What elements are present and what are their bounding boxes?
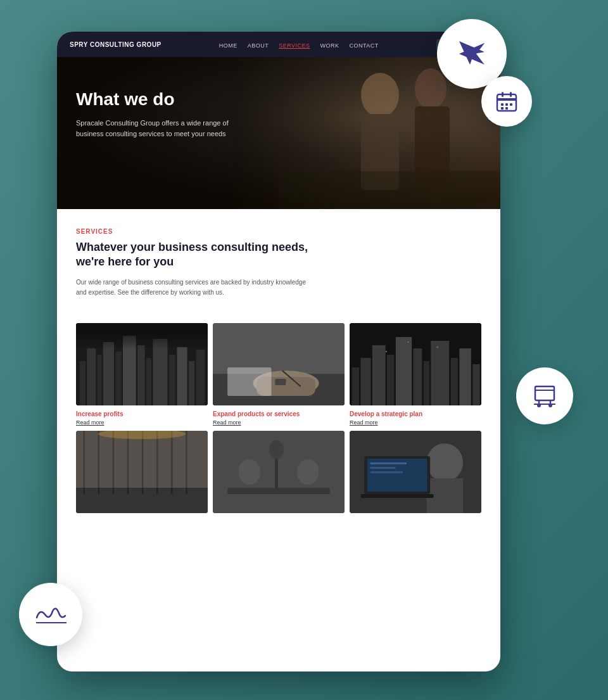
services-grid: Increase profits Read more bbox=[57, 323, 500, 531]
grid-image-writing bbox=[213, 323, 345, 405]
svg-rect-73 bbox=[502, 92, 504, 97]
svg-rect-34 bbox=[424, 361, 429, 405]
svg-rect-32 bbox=[396, 337, 412, 405]
svg-rect-52 bbox=[76, 431, 208, 488]
svg-rect-76 bbox=[505, 103, 508, 106]
device-frame: SPRY CONSULTING GROUP HOME ABOUT SERVICE… bbox=[57, 32, 500, 671]
svg-rect-28 bbox=[352, 367, 359, 405]
services-description: Our wide range of business consulting se… bbox=[76, 277, 317, 298]
cart-icon bbox=[530, 381, 559, 410]
services-label: SERVICES bbox=[76, 228, 481, 235]
svg-rect-15 bbox=[169, 355, 175, 405]
svg-rect-33 bbox=[414, 348, 422, 405]
svg-rect-69 bbox=[360, 494, 434, 498]
services-title: Whatever your business consulting needs,… bbox=[76, 240, 317, 270]
card3-title: Develop a strategic plan bbox=[350, 410, 481, 417]
grid-item-1: Increase profits Read more bbox=[76, 323, 208, 426]
svg-rect-74 bbox=[510, 92, 512, 97]
hero-subtitle: Spracale Consulting Group offers a wide … bbox=[76, 118, 253, 140]
svg-rect-75 bbox=[501, 103, 504, 106]
svg-rect-12 bbox=[137, 345, 145, 405]
svg-rect-72 bbox=[497, 98, 516, 101]
card2-title: Expand products or services bbox=[213, 410, 345, 417]
grid-image-laptop bbox=[350, 431, 481, 513]
svg-rect-37 bbox=[459, 348, 471, 405]
floating-signature-circle[interactable] bbox=[19, 583, 82, 646]
svg-rect-19 bbox=[76, 323, 208, 348]
svg-rect-35 bbox=[431, 341, 449, 405]
svg-rect-17 bbox=[189, 361, 194, 405]
svg-rect-7 bbox=[87, 348, 96, 405]
hero-section: What we do Spracale Consulting Group off… bbox=[57, 57, 500, 209]
svg-rect-68 bbox=[370, 471, 403, 473]
floating-calendar-circle[interactable] bbox=[481, 76, 532, 127]
calendar-icon bbox=[495, 89, 519, 113]
card3-read-more[interactable]: Read more bbox=[350, 419, 481, 426]
nav-links: HOME ABOUT SERVICES WORK CONTACT bbox=[219, 39, 379, 50]
grid-image-city1 bbox=[76, 323, 208, 405]
svg-rect-13 bbox=[146, 358, 151, 405]
grid-item-5 bbox=[213, 431, 345, 518]
svg-rect-78 bbox=[501, 107, 504, 110]
svg-point-40 bbox=[407, 341, 408, 343]
nav-about[interactable]: ABOUT bbox=[248, 39, 269, 50]
svg-rect-26 bbox=[227, 367, 271, 396]
svg-rect-60 bbox=[213, 431, 345, 513]
send-icon bbox=[456, 38, 488, 70]
hero-title: What we do bbox=[76, 89, 481, 110]
svg-point-39 bbox=[386, 351, 387, 352]
grid-item-6 bbox=[350, 431, 481, 518]
svg-rect-16 bbox=[177, 347, 187, 405]
svg-rect-38 bbox=[472, 364, 480, 405]
svg-rect-29 bbox=[360, 358, 370, 405]
card2-read-more[interactable]: Read more bbox=[213, 419, 345, 426]
svg-rect-67 bbox=[370, 467, 395, 469]
nav-contact[interactable]: CONTACT bbox=[350, 39, 379, 50]
svg-rect-66 bbox=[370, 462, 407, 464]
grid-image-meeting bbox=[213, 431, 345, 513]
svg-point-41 bbox=[437, 347, 438, 348]
services-section: SERVICES Whatever your business consulti… bbox=[57, 209, 500, 323]
floating-cart-circle[interactable] bbox=[516, 367, 573, 424]
signature-icon bbox=[34, 602, 68, 627]
brand-name: SPRY CONSULTING GROUP bbox=[70, 41, 162, 48]
svg-rect-6 bbox=[80, 361, 86, 405]
card1-read-more[interactable]: Read more bbox=[76, 419, 208, 426]
grid-item-2: Expand products or services Read more bbox=[213, 323, 345, 426]
card1-title: Increase profits bbox=[76, 410, 208, 417]
grid-item-4 bbox=[76, 431, 208, 518]
navbar: SPRY CONSULTING GROUP HOME ABOUT SERVICE… bbox=[57, 32, 500, 57]
svg-rect-8 bbox=[98, 355, 102, 405]
nav-work[interactable]: WORK bbox=[320, 39, 339, 50]
svg-rect-24 bbox=[275, 379, 286, 385]
grid-image-city2 bbox=[350, 323, 481, 405]
svg-rect-79 bbox=[505, 107, 508, 110]
svg-rect-77 bbox=[510, 103, 512, 106]
grid-item-3: Develop a strategic plan Read more bbox=[350, 323, 481, 426]
svg-rect-14 bbox=[153, 339, 167, 405]
svg-rect-31 bbox=[387, 355, 395, 405]
grid-image-office bbox=[76, 431, 208, 513]
svg-rect-9 bbox=[103, 342, 114, 405]
svg-rect-18 bbox=[196, 350, 205, 405]
nav-services[interactable]: SERVICES bbox=[279, 39, 310, 50]
svg-rect-36 bbox=[450, 358, 458, 405]
svg-rect-10 bbox=[115, 352, 121, 405]
nav-home[interactable]: HOME bbox=[219, 39, 238, 50]
svg-rect-80 bbox=[535, 386, 554, 400]
svg-rect-30 bbox=[372, 345, 386, 405]
svg-point-62 bbox=[426, 443, 463, 481]
hero-content: What we do Spracale Consulting Group off… bbox=[57, 57, 500, 159]
svg-rect-4 bbox=[279, 171, 500, 209]
